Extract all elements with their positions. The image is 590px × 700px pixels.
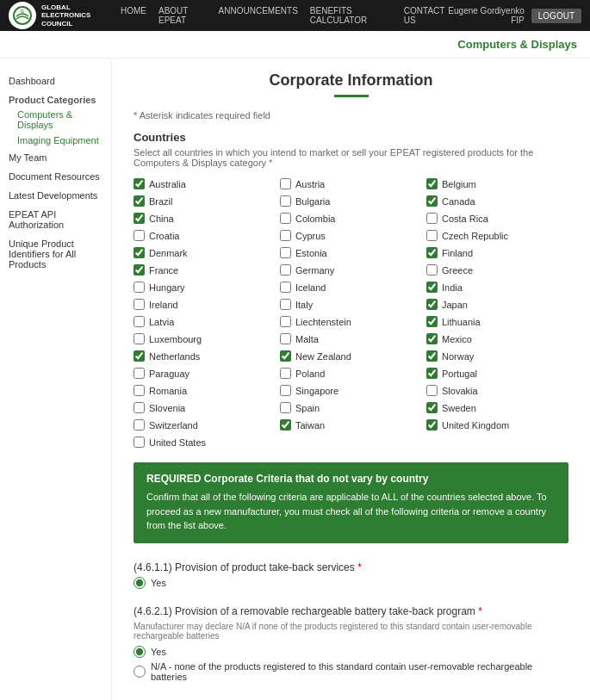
sidebar-item-product-categories[interactable]: Product Categories — [9, 90, 102, 107]
country-checkbox-greece[interactable] — [426, 264, 438, 276]
sidebar-item-epeat-api[interactable]: EPEAT API Authorization — [9, 205, 102, 234]
sidebar-sub: Computers & Displays Imaging Equipment — [9, 107, 102, 148]
country-checkbox-latvia[interactable] — [134, 316, 145, 327]
country-checkbox-czech-republic[interactable] — [426, 230, 438, 241]
country-label: Australia — [149, 179, 186, 189]
country-checkbox-romania[interactable] — [134, 385, 145, 396]
country-checkbox-finland[interactable] — [426, 247, 438, 258]
country-checkbox-estonia[interactable] — [280, 247, 291, 258]
country-item: Romania — [134, 383, 276, 398]
country-checkbox-portugal[interactable] — [426, 368, 438, 379]
country-checkbox-taiwan[interactable] — [280, 419, 291, 431]
criteria-section-4.6.1.1: (4.6.1.1) Provision of product take-back… — [134, 561, 568, 590]
country-checkbox-iceland[interactable] — [280, 282, 291, 293]
country-checkbox-netherlands[interactable] — [134, 350, 145, 362]
country-checkbox-norway[interactable] — [426, 350, 438, 362]
country-checkbox-brazil[interactable] — [134, 195, 145, 207]
country-item: Colombia — [280, 211, 422, 226]
radio-label: Yes — [151, 578, 166, 588]
country-checkbox-denmark[interactable] — [134, 247, 145, 258]
country-checkbox-colombia[interactable] — [280, 213, 291, 224]
country-label: Netherlands — [149, 351, 200, 362]
country-checkbox-spain[interactable] — [280, 402, 291, 413]
country-checkbox-japan[interactable] — [426, 299, 438, 310]
country-checkbox-india[interactable] — [426, 282, 438, 293]
country-label: Lithuania — [442, 317, 481, 327]
country-checkbox-bulgaria[interactable] — [280, 195, 291, 207]
country-checkbox-croatia[interactable] — [134, 230, 145, 241]
country-checkbox-austria[interactable] — [280, 178, 291, 189]
country-checkbox-italy[interactable] — [280, 299, 291, 310]
country-checkbox-ireland[interactable] — [134, 299, 145, 310]
nav-benefits[interactable]: BENEFITS CALCULATOR — [310, 6, 392, 25]
main-content: Corporate Information * Asterisk indicat… — [112, 59, 590, 700]
country-item: Singapore — [280, 383, 422, 398]
country-item: Estonia — [280, 245, 422, 260]
sidebar-item-imaging[interactable]: Imaging Equipment — [17, 133, 102, 148]
header: G GLOBAL ELECTRONICS COUNCIL HOME ABOUT … — [0, 0, 590, 31]
country-checkbox-mexico[interactable] — [426, 333, 438, 344]
title-underline — [334, 95, 369, 97]
country-checkbox-germany[interactable] — [280, 264, 291, 276]
country-checkbox-malta[interactable] — [280, 333, 291, 344]
radio-4.6.2.1-yes[interactable] — [134, 646, 146, 658]
country-checkbox-new-zealand[interactable] — [280, 350, 291, 362]
country-label: Estonia — [295, 248, 327, 258]
sidebar-item-latest-developments[interactable]: Latest Developments — [9, 186, 102, 205]
country-checkbox-sweden[interactable] — [426, 402, 438, 413]
nav-announcements[interactable]: ANNOUNCEMENTS — [219, 6, 298, 25]
country-checkbox-cyprus[interactable] — [280, 230, 291, 241]
country-item: Costa Rica — [426, 211, 568, 226]
country-checkbox-lithuania[interactable] — [426, 316, 438, 327]
country-checkbox-france[interactable] — [134, 264, 145, 276]
country-checkbox-singapore[interactable] — [280, 385, 291, 396]
sidebar-item-unique-product[interactable]: Unique Product Identifiers for All Produ… — [9, 234, 102, 274]
country-checkbox-hungary[interactable] — [134, 282, 145, 293]
country-checkbox-switzerland[interactable] — [134, 419, 145, 431]
country-item: Latvia — [134, 314, 276, 329]
country-item: Luxembourg — [134, 331, 276, 346]
radio-4.6.1.1-yes[interactable] — [134, 577, 146, 589]
radio-item: Yes — [134, 577, 568, 589]
layout: Dashboard Product Categories Computers &… — [0, 59, 590, 700]
nav-home[interactable]: HOME — [121, 6, 146, 25]
country-checkbox-australia[interactable] — [134, 178, 145, 189]
country-checkbox-china[interactable] — [134, 213, 145, 224]
radio-label: N/A - none of the products registered to… — [151, 661, 568, 682]
criteria-section-4.6.2.1: (4.6.2.1) Provision of a removable recha… — [134, 604, 568, 682]
country-label: France — [149, 265, 178, 276]
country-item: Greece — [426, 263, 568, 277]
country-checkbox-paraguay[interactable] — [134, 368, 145, 379]
country-label: Austria — [295, 179, 325, 189]
country-checkbox-costa-rica[interactable] — [426, 213, 438, 224]
country-label: Belgium — [442, 179, 476, 189]
sidebar-item-computers[interactable]: Computers & Displays — [17, 107, 102, 133]
country-item: France — [134, 263, 276, 277]
country-checkbox-canada[interactable] — [426, 195, 438, 207]
country-checkbox-united-states[interactable] — [134, 437, 145, 448]
sidebar-item-my-team[interactable]: My Team — [9, 148, 102, 167]
country-item: Ireland — [134, 297, 276, 312]
country-checkbox-slovakia[interactable] — [426, 385, 438, 396]
country-checkbox-poland[interactable] — [280, 368, 291, 379]
country-checkbox-liechtenstein[interactable] — [280, 316, 291, 327]
country-label: Switzerland — [149, 420, 198, 431]
sidebar-item-document-resources[interactable]: Document Resources — [9, 167, 102, 186]
country-item: Finland — [426, 245, 568, 260]
country-checkbox-luxembourg[interactable] — [134, 333, 145, 344]
country-item: Netherlands — [134, 349, 276, 363]
required-note: * Asterisk indicates required field — [134, 110, 568, 121]
country-checkbox-belgium[interactable] — [426, 178, 438, 189]
radio-item: N/A - none of the products registered to… — [134, 661, 568, 682]
sidebar-item-dashboard[interactable]: Dashboard — [9, 71, 102, 90]
nav-contact[interactable]: CONTACT US — [404, 6, 449, 25]
country-checkbox-slovenia[interactable] — [134, 402, 145, 413]
country-label: Paraguay — [149, 369, 189, 379]
countries-section-subtitle: Select all countries in which you intend… — [134, 147, 568, 168]
nav-about[interactable]: ABOUT EPEAT — [158, 6, 207, 25]
radio-4.6.2.1-na[interactable] — [134, 666, 146, 678]
logout-button[interactable]: LOGOUT — [531, 9, 581, 23]
country-checkbox-united-kingdom[interactable] — [426, 419, 438, 431]
country-label: Latvia — [149, 317, 174, 327]
country-item: Lithuania — [426, 314, 568, 329]
